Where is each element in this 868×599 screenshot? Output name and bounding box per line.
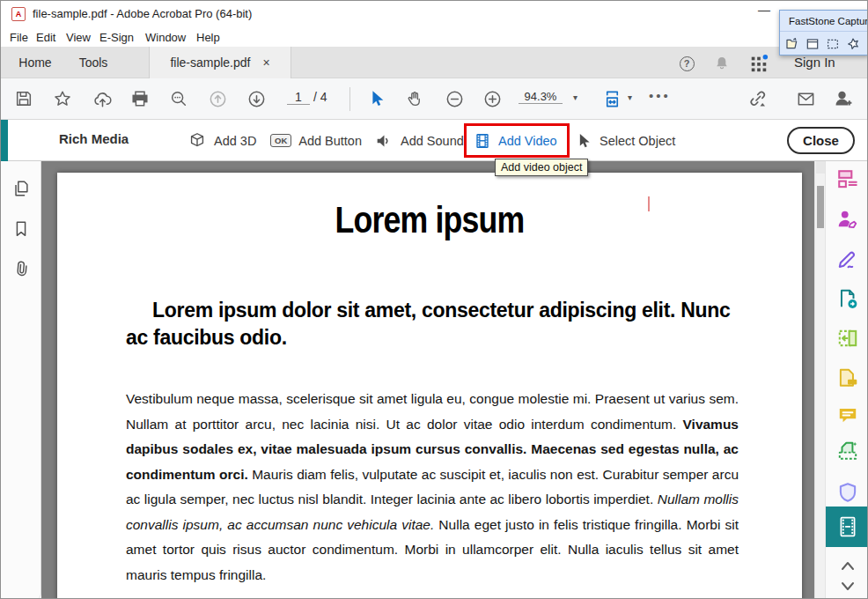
scan-ocr-icon[interactable] (836, 440, 859, 462)
scroll-up-icon[interactable] (837, 558, 858, 573)
paragraph-1: Vestibulum neque massa, scelerisque sit … (126, 387, 739, 588)
fit-width-button[interactable] (601, 88, 622, 109)
star-icon (53, 89, 72, 108)
right-tools-rail (825, 161, 868, 599)
tab-home[interactable]: Home (10, 47, 61, 78)
page-thumbnails-icon[interactable] (11, 179, 31, 198)
search-button[interactable] (168, 88, 189, 109)
faststone-title: FastStone Capture (789, 16, 868, 26)
custom-tools-icon[interactable] (836, 168, 859, 191)
comment-icon[interactable] (836, 404, 859, 427)
tab-tools[interactable]: Tools (66, 47, 121, 78)
region-capture-icon[interactable] (826, 37, 840, 51)
zoom-in-icon (482, 89, 503, 109)
page-total-label: / 4 (313, 90, 327, 104)
search-icon (169, 89, 188, 108)
zoom-level-value[interactable]: 94.3% (519, 90, 563, 104)
menu-esign[interactable]: E-Sign (96, 29, 137, 46)
menu-bar: File Edit View E-Sign Window Help (1, 27, 867, 47)
film-icon (474, 132, 491, 150)
help-icon: ? (680, 56, 695, 71)
select-object-button[interactable]: Select Object (575, 120, 675, 161)
print-icon (130, 89, 150, 108)
page-number-input[interactable]: 1 (287, 90, 310, 105)
faststone-capture-widget: FastStone Capture (779, 10, 868, 55)
certificates-icon[interactable] (836, 208, 859, 231)
print-button[interactable] (129, 88, 151, 109)
tab-document-label: file-sample.pdf (170, 55, 250, 70)
rich-media-title: Rich Media (59, 131, 129, 146)
add-sound-button[interactable]: Add Sound (374, 120, 464, 161)
acrobat-window: A file-sample.pdf - Adobe Acrobat Pro (6… (0, 0, 868, 599)
window-capture-icon[interactable] (805, 37, 820, 51)
tab-bar: Home Tools file-sample.pdf × ? (1, 47, 867, 78)
share-link-icon (747, 88, 769, 109)
zoom-out-icon (445, 89, 465, 109)
window-title: file-sample.pdf - Adobe Acrobat Pro (64-… (33, 7, 252, 20)
minimize-button[interactable]: — (753, 3, 776, 17)
faststone-title-bar[interactable]: FastStone Capture (780, 11, 868, 32)
document-title: Lorem ipsum (113, 199, 746, 241)
select-tool-button[interactable] (366, 88, 387, 109)
email-button[interactable] (795, 88, 816, 109)
help-button[interactable]: ? (677, 54, 696, 73)
previous-page-button[interactable] (207, 88, 228, 109)
page-number-control: 1 / 4 (287, 90, 327, 105)
more-tools-icon[interactable]: ••• (649, 88, 671, 103)
rich-media-tool-active[interactable] (826, 507, 868, 547)
toolbar-divider (349, 87, 350, 111)
tab-document[interactable]: file-sample.pdf × (149, 47, 291, 78)
cloud-upload-icon (92, 89, 113, 109)
ok-button-icon: OK (270, 134, 291, 148)
zoom-in-button[interactable] (482, 88, 503, 109)
faststone-toolbar (780, 32, 868, 55)
menu-view[interactable]: View (63, 29, 94, 46)
rich-media-active-icon (836, 515, 859, 538)
save-icon (14, 89, 33, 108)
close-button[interactable]: Close (787, 127, 855, 154)
content-region: Lorem ipsum Lorem ipsum dolor sit amet, … (1, 161, 867, 599)
tooltip: Add video object (495, 159, 588, 176)
export-pdf-icon[interactable] (836, 287, 859, 310)
attachments-icon[interactable] (8, 256, 35, 284)
favorite-button[interactable] (52, 88, 73, 109)
menu-help[interactable]: Help (193, 29, 224, 46)
next-page-button[interactable] (246, 88, 267, 109)
document-viewport[interactable]: Lorem ipsum Lorem ipsum dolor sit amet, … (41, 161, 814, 599)
scrollbar-top-cap (816, 161, 825, 174)
page-down-icon (246, 89, 267, 109)
protect-icon[interactable] (836, 481, 859, 504)
sign-in-button[interactable]: Sign In (794, 55, 835, 70)
add-3d-button[interactable]: Add 3D (188, 120, 256, 161)
open-icon[interactable] (785, 37, 799, 51)
save-button[interactable] (13, 88, 34, 109)
comment-page-icon[interactable] (836, 366, 859, 389)
share-upload-button[interactable] (92, 88, 113, 109)
scroll-down-icon[interactable] (837, 579, 858, 595)
freehand-capture-icon[interactable] (846, 37, 860, 51)
menu-edit[interactable]: Edit (33, 29, 59, 46)
hand-tool-button[interactable] (404, 88, 425, 109)
scrollbar-thumb[interactable] (817, 186, 824, 228)
add-button-button[interactable]: OK Add Button (270, 120, 362, 161)
menu-window[interactable]: Window (142, 29, 189, 46)
fit-dropdown-icon[interactable]: ▾ (628, 92, 632, 102)
zoom-dropdown-icon[interactable]: ▾ (573, 92, 577, 102)
menu-file[interactable]: File (6, 29, 32, 46)
bookmarks-icon[interactable] (11, 219, 31, 239)
share-link-button[interactable] (747, 88, 769, 109)
zoom-out-button[interactable] (444, 88, 465, 109)
notifications-button[interactable] (712, 54, 732, 73)
app-grid-button[interactable] (749, 54, 769, 73)
page-up-icon (208, 89, 228, 109)
app-grid-icon (749, 54, 769, 73)
add-video-button[interactable]: Add Video (474, 120, 557, 161)
cube-3d-icon (188, 131, 207, 151)
zoom-level-control: 94.3% (519, 90, 563, 104)
tab-close-icon[interactable]: × (262, 55, 269, 70)
bell-icon (713, 55, 731, 72)
add-person-button[interactable] (832, 88, 853, 109)
edit-pdf-icon[interactable] (836, 327, 859, 350)
vertical-scrollbar[interactable] (814, 161, 825, 599)
fill-sign-icon[interactable] (836, 248, 859, 270)
